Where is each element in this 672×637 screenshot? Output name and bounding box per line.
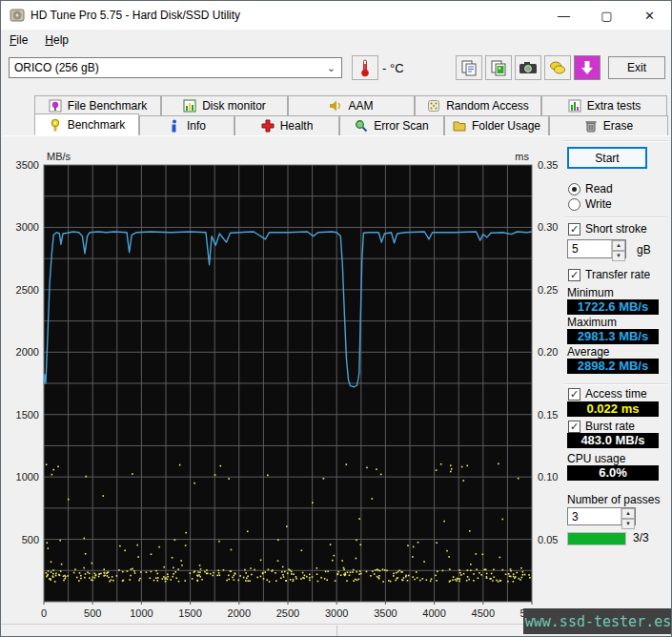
access-time-dot [446, 550, 448, 552]
access-time-dot [146, 571, 148, 573]
access-time-dot [325, 571, 327, 573]
access-time-dot [190, 572, 192, 574]
access-time-dot [132, 568, 133, 570]
access-time-dot [234, 573, 236, 575]
access-time-dot [172, 557, 173, 559]
y-right-tick-label: 0.05 [538, 534, 558, 545]
access-time-dot [516, 572, 518, 574]
short-stroke-checkbox[interactable]: ✓ Short stroke [568, 222, 647, 236]
access-time-dot [355, 579, 356, 581]
passes-spinner[interactable]: 3 ▲▼ [567, 507, 636, 525]
access-time-dot [233, 579, 234, 581]
menu-file[interactable]: File [1, 31, 36, 50]
tab-extra-tests[interactable]: Extra tests [541, 95, 667, 115]
access-time-dot [173, 573, 174, 575]
access-time-dot [510, 568, 512, 570]
watermark: www.ssd-tester.es [523, 608, 672, 634]
menu-help[interactable]: Help [36, 31, 77, 50]
tab-folder-usage[interactable]: Folder Usage [444, 115, 549, 135]
access-time-dot [151, 571, 153, 573]
start-button[interactable]: Start [567, 147, 647, 169]
access-time-dot [267, 474, 269, 476]
access-time-dot [206, 573, 208, 575]
access-time-dot [104, 575, 106, 577]
tab-aam[interactable]: AAM [288, 95, 415, 115]
access-time-dot [162, 578, 164, 580]
access-time-dot [496, 580, 498, 582]
access-time-dot [295, 576, 297, 578]
chart-monitor-icon [183, 99, 196, 113]
tab-disk-monitor[interactable]: Disk monitor [161, 95, 288, 115]
minimum-label: Minimum [567, 286, 614, 299]
temperature-button[interactable] [352, 55, 378, 80]
menu-bar: File Help [1, 30, 671, 51]
access-time-dot [455, 579, 457, 581]
tab-erase[interactable]: Erase [549, 115, 668, 135]
access-time-dot [184, 580, 186, 582]
access-time-dot [458, 581, 460, 583]
tab-label: Benchmark [68, 118, 126, 132]
y-right-tick-label: 0.15 [538, 409, 558, 421]
access-time-dot [393, 575, 395, 577]
drive-select-value: ORICO (256 gB) [14, 61, 99, 74]
y-left-tick-label: 3500 [16, 159, 39, 171]
short-stroke-size-spinner[interactable]: 5 ▲▼ [567, 239, 626, 258]
tab-error-scan[interactable]: Error Scan [339, 115, 444, 135]
tab-random-access[interactable]: Random Access [415, 95, 541, 115]
screenshot-button[interactable] [515, 55, 541, 80]
access-time-dot [499, 580, 501, 582]
access-time-dot [59, 574, 61, 576]
update-download-button[interactable] [574, 55, 601, 80]
access-time-dot [140, 571, 142, 573]
access-time-dot [130, 575, 132, 577]
access-time-dot [336, 574, 338, 576]
tab-info[interactable]: Info [139, 115, 234, 135]
write-radio[interactable]: Write [568, 197, 612, 211]
access-time-label: Access time [585, 387, 647, 401]
tab-health[interactable]: Health [234, 115, 339, 135]
maximize-button[interactable]: ▢ [585, 1, 628, 30]
access-time-dot [295, 578, 297, 580]
access-time-dot [470, 564, 472, 565]
access-time-dot [123, 580, 125, 582]
access-time-dot [218, 541, 220, 543]
access-time-dot [245, 580, 247, 582]
access-time-dot [139, 578, 141, 580]
access-time-dot [136, 545, 138, 546]
donate-button[interactable] [544, 55, 571, 80]
access-time-checkbox[interactable]: ✓ Access time [568, 387, 647, 401]
access-time-dot [324, 578, 326, 580]
drive-select[interactable]: ORICO (256 gB) ⌄ [9, 57, 342, 78]
minimum-value: 1722.6 MB/s [567, 299, 659, 315]
benchmark-page: 3500300025002000150010005000.350.300.250… [3, 135, 671, 624]
folder-icon [453, 119, 466, 133]
tab-file-benchmark[interactable]: File Benchmark [34, 95, 161, 115]
access-time-dot [459, 572, 461, 574]
spinner-arrows[interactable]: ▲▼ [611, 240, 625, 257]
access-time-dot [431, 578, 433, 580]
access-time-dot [275, 572, 276, 574]
access-time-dot [501, 519, 503, 521]
copy-image-button[interactable] [485, 55, 512, 80]
cpu-usage-label: CPU usage [567, 452, 625, 465]
spinner-arrows[interactable]: ▲▼ [621, 508, 635, 524]
access-time-dot [200, 568, 202, 570]
access-time-dot [513, 576, 515, 578]
read-radio[interactable]: Read [568, 182, 613, 195]
access-time-dot [366, 467, 368, 469]
access-time-dot [284, 571, 286, 573]
burst-rate-checkbox[interactable]: ✓ Burst rate [568, 420, 635, 433]
access-time-dot [119, 545, 121, 547]
copy-text-button[interactable] [456, 55, 482, 80]
access-time-dot [412, 576, 414, 578]
transfer-rate-checkbox[interactable]: ✓ Transfer rate [568, 268, 650, 281]
close-button[interactable]: ✕ [628, 1, 671, 30]
access-time-dot [377, 577, 379, 579]
exit-button[interactable]: Exit [608, 56, 665, 79]
passes-label: Number of passes [567, 493, 660, 506]
access-time-dot [92, 577, 94, 579]
tab-benchmark[interactable]: Benchmark [34, 113, 139, 135]
y-right-tick-label: 0.10 [538, 471, 558, 483]
minimize-button[interactable]: — [542, 1, 585, 30]
access-time-dot [358, 573, 360, 575]
